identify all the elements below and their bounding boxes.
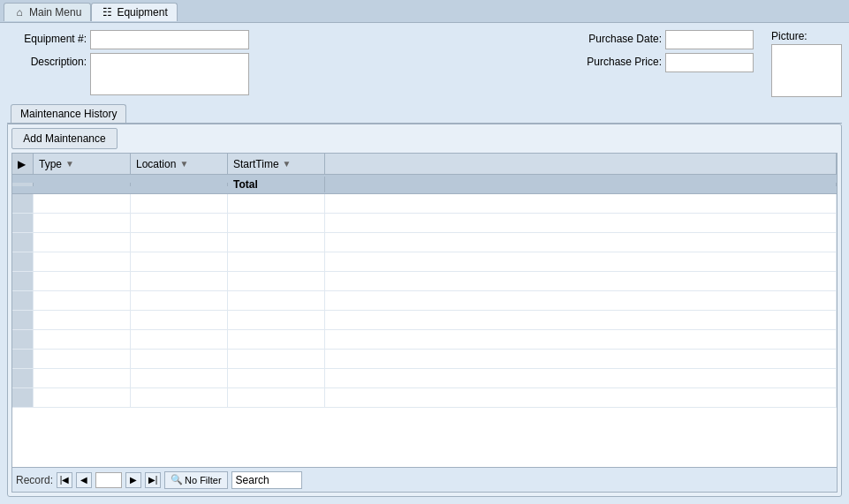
table-row — [12, 194, 837, 214]
table-row — [12, 214, 837, 233]
description-input[interactable] — [90, 53, 249, 95]
search-input[interactable] — [231, 471, 302, 489]
maintenance-tab-panel: Add Maintenance ▶ Type ▼ Location — [7, 124, 842, 497]
table-row — [12, 272, 837, 291]
grid-body: Total — [12, 175, 837, 467]
add-maintenance-button[interactable]: Add Maintenance — [11, 128, 117, 149]
home-icon: ⌂ — [13, 6, 26, 19]
tab-bar: ⌂ Main Menu ☷ Equipment — [0, 0, 849, 23]
tab-main-menu-label: Main Menu — [29, 6, 81, 19]
table-row — [12, 330, 837, 350]
total-rest-cell — [325, 183, 837, 186]
grid-header: ▶ Type ▼ Location ▼ StartTime ▼ — [12, 154, 837, 175]
col-location-sort-icon: ▼ — [179, 159, 188, 169]
table-row — [12, 369, 837, 388]
tab-equipment[interactable]: ☷ Equipment — [91, 3, 177, 21]
tab-content: Add Maintenance ▶ Type ▼ Location — [8, 124, 841, 496]
table-row — [12, 350, 837, 369]
maintenance-history-tab-header: Maintenance History — [7, 102, 842, 124]
no-filter-label: No Filter — [185, 475, 222, 485]
col-starttime-sort-icon: ▼ — [283, 159, 292, 169]
equipment-num-row: Equipment #: — [7, 30, 560, 49]
top-form: Equipment #: Description: Purchase Date:… — [7, 30, 842, 97]
purchase-price-label: Purchase Price: — [578, 53, 662, 68]
col-type-sort-icon: ▼ — [65, 159, 74, 169]
total-value-cell: Total — [228, 177, 325, 192]
grid-total-row: Total — [12, 175, 837, 194]
table-row — [12, 291, 837, 311]
main-content: Equipment #: Description: Purchase Date:… — [0, 23, 849, 504]
total-label-cell — [131, 183, 228, 186]
total-type-cell — [34, 183, 131, 186]
equipment-num-label: Equipment #: — [7, 30, 87, 45]
col-starttime-label: StartTime — [233, 158, 279, 170]
purchase-date-label: Purchase Date: — [578, 30, 662, 45]
nav-first-button[interactable]: |◀ — [57, 472, 72, 488]
tab-equipment-label: Equipment — [117, 6, 167, 19]
equipment-num-input[interactable] — [90, 30, 249, 49]
tab-main-menu[interactable]: ⌂ Main Menu — [4, 3, 91, 21]
total-selector-cell — [12, 183, 34, 186]
row-selector-icon: ▶ — [18, 158, 26, 170]
col-type-header[interactable]: Type ▼ — [34, 154, 131, 174]
table-row — [12, 252, 837, 272]
purchase-price-row: Purchase Price: — [578, 53, 754, 72]
description-label: Description: — [7, 53, 87, 68]
left-fields: Equipment #: Description: — [7, 30, 560, 97]
col-starttime-header[interactable]: StartTime ▼ — [228, 154, 325, 174]
nav-prev-button[interactable]: ◀ — [76, 472, 92, 488]
middle-fields: Purchase Date: Purchase Price: — [578, 30, 754, 97]
record-num-input[interactable] — [95, 472, 122, 488]
picture-area: Picture: — [771, 30, 842, 97]
picture-box — [771, 44, 842, 97]
description-row: Description: — [7, 53, 560, 95]
nav-next-button[interactable]: ▶ — [125, 472, 141, 488]
col-type-label: Type — [39, 158, 62, 170]
col-location-header[interactable]: Location ▼ — [131, 154, 228, 174]
record-label: Record: — [16, 474, 53, 486]
maintenance-history-tab[interactable]: Maintenance History — [11, 104, 126, 123]
col-rest-header — [325, 154, 837, 174]
filter-icon: 🔍 — [171, 474, 183, 485]
status-bar: Record: |◀ ◀ ▶ ▶| 🔍 No Filter — [12, 467, 837, 492]
table-row — [12, 388, 837, 408]
col-location-label: Location — [136, 158, 176, 170]
table-icon: ☷ — [101, 6, 113, 19]
purchase-date-row: Purchase Date: — [578, 30, 754, 49]
purchase-date-input[interactable] — [665, 30, 754, 49]
purchase-price-input[interactable] — [665, 53, 754, 72]
col-selector-header: ▶ — [12, 154, 34, 174]
no-filter-button[interactable]: 🔍 No Filter — [164, 471, 228, 489]
picture-label: Picture: — [771, 30, 807, 42]
table-row — [12, 311, 837, 330]
nav-last-button[interactable]: ▶| — [145, 472, 161, 488]
table-row — [12, 233, 837, 252]
maintenance-grid: ▶ Type ▼ Location ▼ StartTime ▼ — [11, 153, 838, 493]
